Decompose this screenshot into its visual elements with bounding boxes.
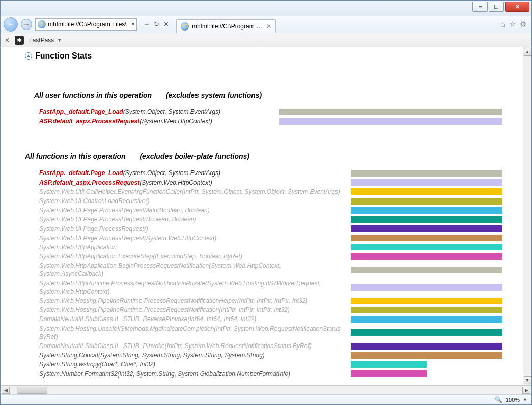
maximize-button[interactable]: ☐ xyxy=(489,2,504,12)
scroll-up-arrow-icon[interactable]: ▲ xyxy=(524,48,531,56)
function-bar xyxy=(351,267,502,273)
lastpass-icon[interactable]: ✱ xyxy=(15,36,24,45)
function-bar-cell xyxy=(351,179,502,186)
function-bar-cell xyxy=(351,267,502,273)
function-bar-cell xyxy=(351,284,502,291)
section-header: ▲ Function Stats xyxy=(25,51,502,61)
function-bar xyxy=(351,316,502,323)
address-input[interactable] xyxy=(48,21,130,28)
status-bar: 🔍 100% ▼ xyxy=(1,394,531,404)
function-label: System.Web.Hosting.PipelineRuntime.Proce… xyxy=(25,306,351,314)
address-bar[interactable]: ▾ xyxy=(35,18,137,31)
function-label: System.Web.UI.Page.ProcessRequest(Boolea… xyxy=(25,215,351,223)
function-label: DomainNeutralILStubClass.IL_STUB_Reverse… xyxy=(25,315,351,323)
function-label: ASP.default_aspx.ProcessRequest(System.W… xyxy=(25,179,351,187)
collapse-toggle-icon[interactable]: ▲ xyxy=(25,52,32,60)
function-label: System.Web.HttpRuntime.ProcessRequestNot… xyxy=(25,279,351,296)
section-title-text: Function Stats xyxy=(35,51,92,61)
scroll-thumb[interactable] xyxy=(17,387,47,394)
all-functions-heading: All functions in this operation (exclude… xyxy=(25,152,502,160)
function-label: ASP.default_aspx.ProcessRequest(System.W… xyxy=(25,117,279,125)
forward-button[interactable]: → xyxy=(21,19,32,30)
function-bar xyxy=(351,253,502,260)
function-bar xyxy=(351,352,502,359)
function-row: System.Web.UI.Page.ProcessRequest() xyxy=(25,224,502,234)
function-row: System.Web.HttpApplication.ExecuteStep(I… xyxy=(25,252,502,261)
function-label: System.Web.UI.Page.ProcessRequest(System… xyxy=(25,234,351,242)
function-bar-cell xyxy=(351,343,502,350)
chevron-down-icon[interactable]: ▼ xyxy=(57,38,62,43)
function-bar xyxy=(351,361,427,368)
function-bar-cell xyxy=(351,329,502,336)
function-row: System.Web.Hosting.PipelineRuntime.Proce… xyxy=(25,296,502,305)
nav-bar: ← → ▾ → ↻ ✕ mhtml:file://C:\Program Fil.… xyxy=(1,16,531,33)
close-button[interactable]: ✕ xyxy=(505,2,529,12)
home-icon[interactable]: ⌂ xyxy=(500,20,505,29)
function-label: System.Web.Hosting.UnsafeIISMethods.MgdI… xyxy=(25,325,351,341)
zoom-level-label: 100% xyxy=(506,397,520,403)
function-row: System.Web.HttpApplication.BeginProcessR… xyxy=(25,261,502,278)
function-label: System.Web.Hosting.PipelineRuntime.Proce… xyxy=(25,297,351,305)
function-bar-cell xyxy=(351,316,502,323)
function-row: System.Web.Util.CalliHelper.EventArgFunc… xyxy=(25,187,502,196)
tools-gear-icon[interactable]: ⚙ xyxy=(520,20,526,29)
favorites-icon[interactable]: ☆ xyxy=(509,20,516,29)
refresh-icon[interactable]: ↻ xyxy=(154,20,159,28)
function-bar-cell xyxy=(351,352,502,359)
function-bar xyxy=(351,307,502,313)
function-row: FastApp._default.Page_Load(System.Object… xyxy=(25,107,502,117)
function-bar xyxy=(279,109,502,115)
title-bar: ━ ☐ ✕ xyxy=(1,1,531,16)
function-bar xyxy=(351,235,502,241)
function-bar xyxy=(351,343,502,350)
chevron-down-icon[interactable]: ▾ xyxy=(132,21,134,27)
function-bar-cell xyxy=(279,109,502,115)
function-row: System.Web.UI.Page.ProcessRequest(Boolea… xyxy=(25,215,502,224)
function-bar-cell xyxy=(351,235,502,241)
content-area: ▲ Function Stats All user functions in t… xyxy=(1,47,531,394)
scroll-right-arrow-icon[interactable]: ▶ xyxy=(522,387,530,394)
user-functions-table: FastApp._default.Page_Load(System.Object… xyxy=(25,107,502,126)
close-toolbar-icon[interactable]: ✕ xyxy=(5,37,10,44)
browser-window: ━ ☐ ✕ ← → ▾ → ↻ ✕ mhtml:file://C:\Progra… xyxy=(0,0,532,405)
chevron-down-icon[interactable]: ▼ xyxy=(523,397,527,402)
ie-icon xyxy=(38,20,46,28)
function-label: System.Web.UI.Page.ProcessRequest() xyxy=(25,225,351,233)
function-row: System.Web.UI.Page.ProcessRequest(System… xyxy=(25,234,502,243)
function-label: FastApp._default.Page_Load(System.Object… xyxy=(25,169,351,177)
function-row: System.Web.HttpApplication xyxy=(25,243,502,252)
function-row: System.Web.UI.Page.ProcessRequestMain(Bo… xyxy=(25,206,502,215)
function-row: System.Number.FormatInt32(Int32, System.… xyxy=(25,369,502,379)
stop-icon[interactable]: ✕ xyxy=(163,20,169,28)
function-bar xyxy=(351,216,502,223)
back-button[interactable]: ← xyxy=(4,17,18,32)
lastpass-label[interactable]: LastPass xyxy=(29,37,54,44)
close-tab-icon[interactable]: ✕ xyxy=(266,23,271,30)
content-viewport: ▲ Function Stats All user functions in t… xyxy=(1,47,531,385)
horizontal-scrollbar[interactable]: ◀ ▶ xyxy=(1,385,531,394)
function-row: System.Web.Hosting.PipelineRuntime.Proce… xyxy=(25,305,502,314)
go-arrow-icon[interactable]: → xyxy=(143,20,150,28)
function-bar xyxy=(351,298,502,304)
extension-toolbar: ✕ ✱ LastPass ▼ xyxy=(1,33,531,47)
function-row: System.String.wstrcpy(Char*, Char*, Int3… xyxy=(25,360,502,369)
zoom-icon[interactable]: 🔍 xyxy=(495,396,502,403)
function-label: System.Web.UI.Page.ProcessRequestMain(Bo… xyxy=(25,206,351,214)
scroll-left-arrow-icon[interactable]: ◀ xyxy=(2,387,10,394)
function-row: System.Web.UI.Control.LoadRecursive() xyxy=(25,196,502,206)
scroll-down-arrow-icon[interactable]: ▼ xyxy=(524,376,531,384)
function-row: DomainNeutralILStubClass.IL_STUB_PInvoke… xyxy=(25,341,502,351)
function-row: ASP.default_aspx.ProcessRequest(System.W… xyxy=(25,117,502,126)
vertical-scrollbar[interactable]: ▲ ▼ xyxy=(523,47,531,385)
browser-tab[interactable]: mhtml:file://C:\Program Fil... ✕ xyxy=(176,19,276,33)
minimize-button[interactable]: ━ xyxy=(472,2,488,12)
function-label: System.Web.HttpApplication.BeginProcessR… xyxy=(25,262,351,278)
tab-strip: mhtml:file://C:\Program Fil... ✕ xyxy=(176,16,497,33)
function-bar xyxy=(351,225,502,232)
function-bar-cell xyxy=(351,361,502,368)
function-bar xyxy=(351,179,502,186)
tab-title: mhtml:file://C:\Program Fil... xyxy=(192,23,263,30)
function-bar xyxy=(351,284,502,291)
function-row: System.String.Concat(System.String, Syst… xyxy=(25,351,502,360)
function-bar xyxy=(351,244,502,250)
